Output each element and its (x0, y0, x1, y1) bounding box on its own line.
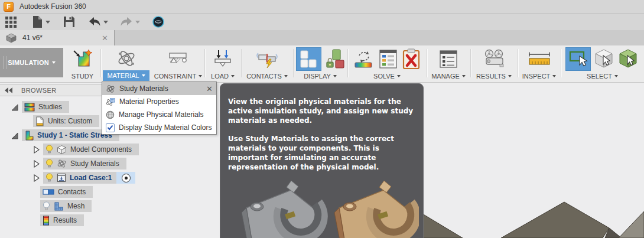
document-tab-bar: 41 v6* ✕ (0, 30, 644, 45)
menu-item-label: Study Materials (119, 84, 168, 93)
contacts-label[interactable]: CONTACTS (246, 71, 288, 81)
menu-item-manage-physical-materials[interactable]: Manage Physical Materials (102, 108, 216, 121)
toolbar-grip (3, 56, 7, 69)
new-file-dropdown-caret[interactable] (45, 21, 50, 24)
load-caret-icon (231, 75, 235, 77)
material-caret-icon (142, 74, 145, 77)
results-label[interactable]: RESULTS (476, 71, 512, 81)
menu-item-study-materials[interactable]: Study Materials ✕ (102, 82, 216, 95)
select-paint-icon[interactable] (618, 48, 639, 70)
select-label[interactable]: SELECT (587, 71, 618, 81)
ribbon-toolbar: SIMULATION STUDY (0, 45, 644, 83)
menu-item-label: Display Study Material Colors (119, 123, 212, 132)
results-caret-icon (508, 75, 512, 77)
menu-close-icon[interactable]: ✕ (206, 84, 213, 93)
menu-item-material-properties[interactable]: Material Properties (102, 95, 216, 108)
solve-label[interactable]: SOLVE (373, 71, 401, 81)
fusion-logo-icon: F (4, 2, 14, 12)
workspace-caret-icon (52, 61, 56, 64)
contacts-caret-icon (284, 75, 288, 77)
tooltip-paragraph-2: Use Study Materials to assign the correc… (228, 134, 415, 172)
new-file-icon[interactable] (32, 15, 43, 29)
load-icon[interactable] (213, 49, 232, 69)
grid-menu-icon[interactable] (5, 15, 18, 29)
ribbon-group-results[interactable]: RESULTS (471, 47, 517, 81)
material-label[interactable]: MATERIAL (103, 70, 149, 81)
app-title: Autodesk Fusion 360 (19, 2, 86, 11)
material-dropdown-menu: Study Materials ✕ Material Properties (102, 81, 217, 135)
undo-icon[interactable] (88, 15, 101, 29)
study-label[interactable]: STUDY (71, 71, 93, 81)
solve-study-icon[interactable] (353, 48, 375, 70)
title-bar: F Autodesk Fusion 360 (0, 0, 644, 14)
workspace-label: SIMULATION (8, 59, 49, 66)
fusion360-window: F Autodesk Fusion 360 (0, 0, 644, 238)
tab-close-icon[interactable]: ✕ (102, 34, 108, 42)
document-tab-label: 41 v6* (22, 34, 43, 42)
ribbon-group-material[interactable]: MATERIAL (101, 47, 151, 81)
ribbon-group-load[interactable]: LOAD (205, 47, 240, 81)
solve-caret-icon (397, 75, 401, 77)
ribbon-group-inspect[interactable]: INSPECT (518, 47, 560, 81)
study-materials-tooltip: View the original physical materials for… (220, 83, 424, 238)
quick-access-toolbar (0, 14, 644, 30)
solve-details-icon[interactable] (378, 48, 398, 70)
ribbon-group-contacts[interactable]: CONTACTS (242, 47, 292, 81)
display-degrees-of-freedom-icon[interactable] (325, 48, 345, 70)
select-window-icon[interactable] (565, 47, 591, 71)
ribbon-group-constraint[interactable]: CONSTRAINT (152, 47, 204, 81)
menu-item-label: Material Properties (119, 97, 179, 106)
a360-status-icon[interactable] (152, 15, 165, 29)
material-atom-icon[interactable] (116, 48, 137, 69)
solve-abort-icon[interactable] (402, 48, 421, 70)
undo-dropdown-caret[interactable] (103, 21, 108, 24)
inspect-measure-icon[interactable] (527, 50, 552, 68)
menu-item-display-study-material-colors[interactable]: Display Study Material Colors (102, 121, 216, 134)
material-library-globe-icon (106, 110, 115, 119)
checkbox-checked-icon[interactable] (106, 123, 115, 132)
ribbon-group-select[interactable]: SELECT (561, 47, 643, 81)
load-label[interactable]: LOAD (211, 71, 235, 81)
manage-label[interactable]: MANAGE (431, 71, 466, 81)
atom-icon (106, 84, 115, 93)
inspect-caret-icon (552, 75, 556, 77)
manage-caret-icon (462, 75, 466, 77)
menu-item-label: Manage Physical Materials (119, 110, 203, 119)
ribbon-group-display[interactable]: DISPLAY (294, 47, 347, 81)
redo-icon[interactable] (120, 15, 133, 29)
constraint-label[interactable]: CONSTRAINT (154, 71, 203, 81)
display-caret-icon (333, 75, 337, 77)
document-cube-icon (6, 33, 17, 43)
select-caret-icon (614, 75, 618, 77)
display-label[interactable]: DISPLAY (304, 71, 337, 81)
display-browser-visibility-icon[interactable] (296, 47, 321, 71)
select-freeform-icon[interactable] (594, 48, 615, 70)
document-tab[interactable]: 41 v6* ✕ (0, 30, 115, 45)
save-icon[interactable] (63, 15, 75, 29)
constraint-icon[interactable] (168, 50, 189, 69)
ribbon-group-manage[interactable]: MANAGE (427, 47, 470, 81)
material-properties-icon (106, 97, 115, 106)
results-projector-icon[interactable] (482, 49, 506, 69)
tooltip-paragraph-1: View the original physical materials for… (228, 97, 415, 125)
ribbon-group-study[interactable]: STUDY (64, 47, 100, 81)
contacts-icon[interactable] (255, 50, 279, 69)
tooltip-clamps-image (224, 170, 419, 238)
workspace-selector[interactable]: SIMULATION (0, 48, 63, 77)
redo-dropdown-caret[interactable] (135, 21, 140, 24)
constraint-caret-icon (199, 75, 202, 77)
inspect-label[interactable]: INSPECT (522, 71, 557, 81)
ribbon-group-solve[interactable]: SOLVE (348, 47, 426, 81)
manage-icon[interactable] (438, 49, 458, 69)
study-icon[interactable] (73, 48, 93, 70)
